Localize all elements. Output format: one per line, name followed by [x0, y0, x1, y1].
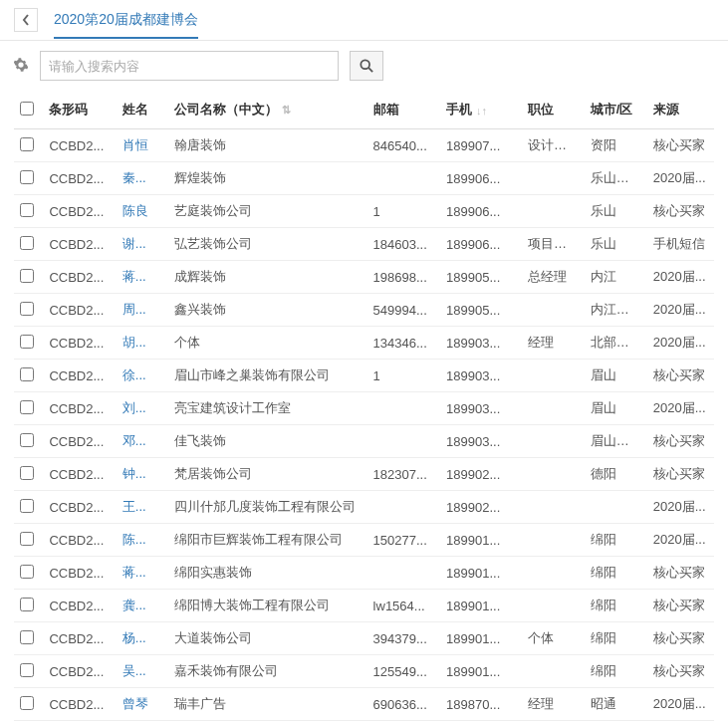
cell-source: 核心买家 [647, 425, 714, 458]
table-row[interactable]: CCBD2...蒋...成辉装饰198698...189905...总经理内江2… [14, 261, 714, 294]
cell-email: 134346... [367, 327, 440, 360]
cell-phone: 189903... [440, 327, 522, 360]
cell-name[interactable]: 曾琴 [117, 688, 168, 721]
cell-company: 绵阳博大装饰工程有限公司 [168, 590, 366, 622]
search-button[interactable] [350, 51, 383, 81]
cell-name[interactable]: 吴... [117, 655, 168, 688]
cell-name[interactable]: 蒋... [117, 557, 168, 590]
cell-name[interactable]: 刘... [117, 392, 168, 425]
cell-name[interactable]: 周... [117, 294, 168, 327]
cell-city: 乐山 [585, 228, 647, 261]
table-row[interactable]: CCBD2...吴...嘉禾装饰有限公司125549...189901...绵阳… [14, 655, 714, 688]
cell-company: 眉山市峰之巢装饰有限公司 [168, 360, 366, 392]
row-checkbox[interactable] [20, 466, 34, 480]
cell-name[interactable]: 王... [117, 491, 168, 524]
row-checkbox[interactable] [20, 203, 34, 217]
row-checkbox[interactable] [20, 598, 34, 611]
cell-barcode: CCBD2... [43, 228, 116, 261]
cell-email: 549994... [367, 294, 440, 327]
col-name[interactable]: 姓名 [117, 91, 168, 129]
col-barcode[interactable]: 条形码 [43, 91, 116, 129]
col-position[interactable]: 职位 [522, 91, 585, 129]
cell-barcode: CCBD2... [43, 590, 116, 622]
cell-company: 梵居装饰公司 [168, 458, 366, 491]
table-row[interactable]: CCBD2...胡...个体134346...189903...经理北部新区20… [14, 327, 714, 360]
row-checkbox[interactable] [20, 335, 34, 349]
row-checkbox[interactable] [20, 433, 34, 447]
cell-name[interactable]: 陈良 [117, 195, 168, 228]
cell-phone: 189902... [440, 458, 522, 491]
cell-name[interactable]: 秦... [117, 162, 168, 195]
table-row[interactable]: CCBD2...龚...绵阳博大装饰工程有限公司lw1564...189901.… [14, 590, 714, 622]
cell-name[interactable]: 龚... [117, 590, 168, 622]
row-checkbox[interactable] [20, 630, 34, 644]
back-button[interactable] [14, 8, 38, 32]
row-checkbox[interactable] [20, 236, 34, 250]
cell-name[interactable]: 胡... [117, 327, 168, 360]
cell-city: 昭通 [585, 688, 647, 721]
table-row[interactable]: CCBD2...秦...辉煌装饰189906...乐山夹江2020届... [14, 162, 714, 195]
row-checkbox[interactable] [20, 696, 34, 710]
cell-phone: 189907... [440, 129, 522, 162]
col-source[interactable]: 来源 [647, 91, 714, 129]
table-row[interactable]: CCBD2...杨...大道装饰公司394379...189901...个体绵阳… [14, 622, 714, 655]
row-checkbox[interactable] [20, 532, 34, 546]
row-checkbox[interactable] [20, 170, 34, 184]
table-row[interactable]: CCBD2...蒋...绵阳实惠装饰189901...绵阳核心买家 [14, 557, 714, 590]
search-input[interactable] [40, 51, 339, 81]
table-row[interactable]: CCBD2...陈...绵阳市巨辉装饰工程有限公司150277...189901… [14, 524, 714, 557]
cell-position [522, 524, 585, 557]
col-company[interactable]: 公司名称（中文）⇅ [168, 91, 366, 129]
col-city[interactable]: 城市/区 [585, 91, 647, 129]
table-row[interactable]: CCBD2...钟...梵居装饰公司182307...189902...德阳核心… [14, 458, 714, 491]
cell-name[interactable]: 肖恒 [117, 129, 168, 162]
cell-company: 鑫兴装饰 [168, 294, 366, 327]
gear-icon[interactable] [14, 58, 28, 75]
cell-name[interactable]: 谢... [117, 228, 168, 261]
cell-source: 核心买家 [647, 360, 714, 392]
row-checkbox[interactable] [20, 269, 34, 283]
col-phone[interactable]: 手机↓↑ [440, 91, 522, 129]
cell-name[interactable]: 蒋... [117, 261, 168, 294]
row-checkbox[interactable] [20, 499, 34, 513]
cell-phone: 189901... [440, 590, 522, 622]
cell-phone: 189906... [440, 162, 522, 195]
breadcrumb[interactable]: 2020第20届成都建博会 [54, 11, 198, 39]
row-checkbox[interactable] [20, 663, 34, 677]
cell-city: 德阳 [585, 458, 647, 491]
table-row[interactable]: CCBD2...曾琴瑞丰广告690636...189870...经理昭通2020… [14, 688, 714, 721]
cell-name[interactable]: 邓... [117, 425, 168, 458]
cell-email: 125549... [367, 655, 440, 688]
cell-name[interactable]: 杨... [117, 622, 168, 655]
row-checkbox[interactable] [20, 367, 34, 381]
table-row[interactable]: CCBD2...徐...眉山市峰之巢装饰有限公司1189903...眉山核心买家 [14, 360, 714, 392]
cell-barcode: CCBD2... [43, 524, 116, 557]
table-row[interactable]: CCBD2...周...鑫兴装饰549994...189905...内江威远20… [14, 294, 714, 327]
cell-name[interactable]: 陈... [117, 524, 168, 557]
cell-city: 内江威远 [585, 294, 647, 327]
cell-source: 2020届... [647, 392, 714, 425]
cell-email [367, 392, 440, 425]
row-checkbox[interactable] [20, 302, 34, 316]
cell-company: 亮宝建筑设计工作室 [168, 392, 366, 425]
cell-company: 弘艺装饰公司 [168, 228, 366, 261]
table-row[interactable]: CCBD2...陈良艺庭装饰公司1189906...乐山核心买家 [14, 195, 714, 228]
cell-email: 1 [367, 195, 440, 228]
table-row[interactable]: CCBD2...邓...佳飞装饰189903...眉山仁寿核心买家 [14, 425, 714, 458]
table-row[interactable]: CCBD2...王...四川什邡几度装饰工程有限公司189902...2020届… [14, 491, 714, 524]
cell-email [367, 557, 440, 590]
cell-barcode: CCBD2... [43, 129, 116, 162]
col-email[interactable]: 邮箱 [367, 91, 440, 129]
row-checkbox[interactable] [20, 565, 34, 579]
cell-name[interactable]: 钟... [117, 458, 168, 491]
cell-phone: 189905... [440, 294, 522, 327]
select-all-checkbox[interactable] [20, 102, 34, 116]
row-checkbox[interactable] [20, 137, 34, 151]
cell-phone: 189902... [440, 491, 522, 524]
table-row[interactable]: CCBD2...谢...弘艺装饰公司184603...189906...项目经理… [14, 228, 714, 261]
table-row[interactable]: CCBD2...肖恒翰唐装饰846540...189907...设计总监资阳核心… [14, 129, 714, 162]
cell-position [522, 162, 585, 195]
row-checkbox[interactable] [20, 400, 34, 414]
cell-name[interactable]: 徐... [117, 360, 168, 392]
table-row[interactable]: CCBD2...刘...亮宝建筑设计工作室189903...眉山2020届... [14, 392, 714, 425]
